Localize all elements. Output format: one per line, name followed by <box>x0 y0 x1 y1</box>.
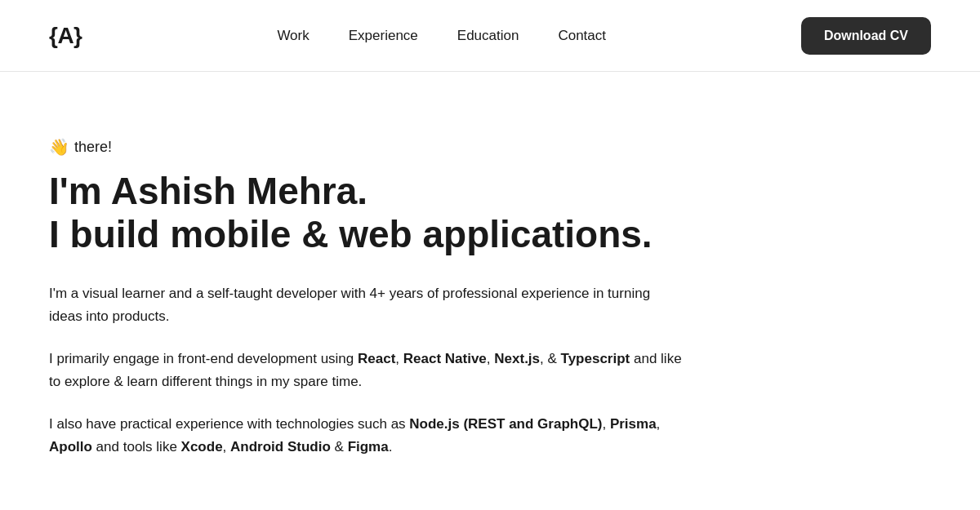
greeting-line: 👋 there! <box>49 137 686 157</box>
nav-experience[interactable]: Experience <box>349 28 418 44</box>
wave-emoji: 👋 <box>49 137 69 157</box>
bio3-tools-figma: Figma <box>348 439 389 455</box>
nav-education[interactable]: Education <box>457 28 519 44</box>
bio-paragraph-2: I primarily engage in front-end developm… <box>49 348 686 393</box>
main-nav: Work Experience Education Contact <box>277 28 606 44</box>
greeting-text: there! <box>74 139 112 156</box>
hero-title-line2: I build mobile & web applications. <box>49 213 653 255</box>
bio-paragraph-3: I also have practical experience with te… <box>49 413 686 459</box>
nav-contact[interactable]: Contact <box>558 28 606 44</box>
site-header: {A} Work Experience Education Contact Do… <box>0 0 980 72</box>
nav-work[interactable]: Work <box>277 28 309 44</box>
bio3-tools-android: Android Studio <box>230 439 331 455</box>
download-cv-button[interactable]: Download CV <box>801 17 931 55</box>
bio2-techs: React <box>358 351 395 366</box>
site-logo[interactable]: {A} <box>49 23 82 49</box>
bio2-techs-rn: React Native <box>403 351 487 366</box>
bio2-techs-ts: Typescript <box>561 351 630 366</box>
hero-title: I'm Ashish Mehra. I build mobile & web a… <box>49 170 686 256</box>
bio3-techs-node: Node.js (REST and GraphQL) <box>409 416 602 432</box>
bio3-techs-prisma: Prisma <box>610 416 657 432</box>
bio3-techs-apollo: Apollo <box>49 439 92 455</box>
bio-paragraph-1: I'm a visual learner and a self-taught d… <box>49 282 686 328</box>
hero-section: 👋 there! I'm Ashish Mehra. I build mobil… <box>0 72 735 510</box>
bio3-tools-xcode: Xcode <box>181 439 223 455</box>
hero-title-line1: I'm Ashish Mehra. <box>49 170 368 212</box>
bio2-techs-next: Next.js <box>494 351 540 366</box>
